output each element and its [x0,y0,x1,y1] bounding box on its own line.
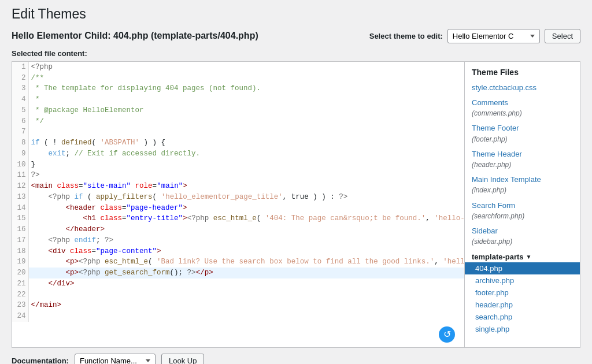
file-title: Hello Elementor Child: 404.php (template… [12,31,258,41]
sidebar-file-archive[interactable]: archive.php [465,274,580,287]
sidebar-link-sidebar[interactable]: Sidebar [472,226,498,235]
sidebar-item-search[interactable]: Search Form (searchform.php) [465,198,580,224]
theme-select[interactable]: Hello Elementor C Hello Elementor Twenty… [447,29,540,43]
table-row: 19 <p><?php esc_html_e( 'Bad link? Use t… [12,257,464,268]
table-row: 12 <main class="site-main" role="main"> [12,181,464,192]
sidebar-title: Theme Files [465,62,580,80]
table-row: 2 /** [12,73,464,84]
sidebar-file-404[interactable]: 404.php [465,262,580,274]
selected-file-label: Selected file content: [12,49,580,58]
table-row: 15 <h1 class="entry-title"><?php esc_htm… [12,213,464,224]
theme-files-sidebar: Theme Files style.ctcbackup.css Comments… [464,62,580,347]
sidebar-file-link-footer[interactable]: footer.php [475,288,509,297]
sidebar-sub-comments: (comments.php) [472,109,522,117]
table-row: 20 <p><?php get_search_form(); ?></p> [12,268,464,278]
sidebar-link-footer[interactable]: Theme Footer [472,124,519,132]
sidebar-item-sidebar[interactable]: Sidebar (sidebar.php) [465,224,580,249]
table-row: 9 exit; // Exit if accessed directly. [12,148,464,159]
table-row: 6 */ [12,116,464,127]
table-row: 24 [12,311,464,322]
table-row: 22 [12,289,464,300]
table-row: 7 [12,127,464,138]
table-row: 18 <div class="page-content"> [12,246,464,257]
sidebar-file-footer[interactable]: footer.php [465,287,580,299]
section-label: template-parts [472,252,524,261]
sidebar-sub-index: (index.php) [472,186,506,194]
sidebar-link-style[interactable]: style.ctcbackup.css [472,83,536,92]
sidebar-file-link-search[interactable]: search.php [475,313,512,321]
table-row: 5 * @package HelloElementor [12,105,464,116]
sidebar-link-comments[interactable]: Comments [472,98,508,107]
sidebar-item-index[interactable]: Main Index Template (index.php) [465,172,580,198]
sidebar-file-link-404[interactable]: 404.php [475,264,502,273]
sidebar-link-index[interactable]: Main Index Template [472,175,541,184]
table-row: 14 <header class="page-header"> [12,203,464,214]
sidebar-section-template-parts: template-parts ▼ [465,249,580,262]
code-editor[interactable]: 1 <?php 2 /** 3 * The template for displ… [12,62,464,322]
sidebar-item-header[interactable]: Theme Header (header.php) [465,147,580,172]
sidebar-file-link-header[interactable]: header.php [475,300,513,309]
table-row: 13 <?php if ( apply_filters( 'hello_elem… [12,192,464,203]
sidebar-file-link-single[interactable]: single.php [475,325,509,333]
table-row: 21 </div> [12,278,464,289]
sidebar-link-search[interactable]: Search Form [472,201,515,210]
table-row: 17 <?php endif; ?> [12,235,464,246]
doc-select[interactable]: Function Name... [75,354,156,364]
sidebar-file-search[interactable]: search.php [465,311,580,323]
table-row: 16 </header> [12,224,464,235]
sidebar-item-footer[interactable]: Theme Footer (footer.php) [465,121,580,146]
bottom-bar: Documentation: Function Name... Look Up [12,348,580,364]
chevron-down-icon: ▼ [526,254,532,260]
table-row: 8 if ( ! defined( 'ABSPATH' ) ) { [12,138,464,148]
sidebar-link-header[interactable]: Theme Header [472,150,522,158]
refresh-icon[interactable]: ↺ [439,326,455,343]
sidebar-file-single[interactable]: single.php [465,323,580,335]
sidebar-sub-header: (header.php) [472,161,511,169]
sidebar-file-link-archive[interactable]: archive.php [475,276,514,285]
sidebar-item-style[interactable]: style.ctcbackup.css [465,80,580,95]
table-row: 3 * The template for displaying 404 page… [12,83,464,94]
sidebar-item-comments[interactable]: Comments (comments.php) [465,95,580,121]
lookup-button[interactable]: Look Up [161,354,204,364]
table-row: 23 </main> [12,300,464,311]
table-row: 10 } [12,159,464,170]
sidebar-sub-sidebar: (sidebar.php) [472,237,512,246]
doc-label: Documentation: [12,356,69,364]
select-button[interactable]: Select [545,29,580,43]
table-row: 11 ?> [12,170,464,181]
sidebar-sub-footer: (footer.php) [472,135,508,143]
table-row: 1 <?php [12,62,464,73]
table-row: 4 * [12,94,464,105]
sidebar-file-header[interactable]: header.php [465,299,580,311]
theme-selector-label: Select theme to edit: [369,32,443,40]
sidebar-sub-search: (searchform.php) [472,212,524,220]
page-title: Edit Themes [12,6,86,23]
